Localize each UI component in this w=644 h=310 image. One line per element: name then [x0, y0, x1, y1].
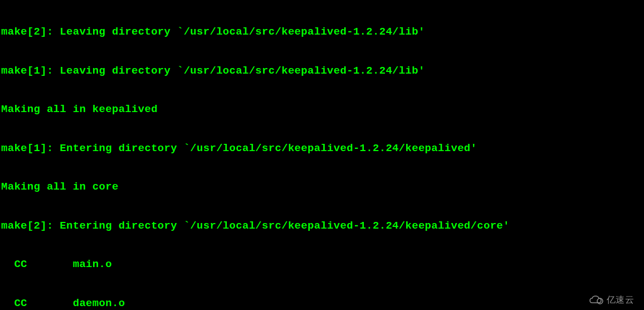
- terminal-line: CC main.o: [1, 258, 643, 271]
- terminal-line: make[1]: Leaving directory `/usr/local/s…: [1, 65, 643, 78]
- terminal-line: Making all in keepalived: [1, 103, 643, 116]
- terminal-line: CC daemon.o: [1, 297, 643, 310]
- terminal-line: make[1]: Entering directory `/usr/local/…: [1, 142, 643, 155]
- watermark-text: 亿速云: [607, 294, 634, 306]
- cloud-icon: [589, 295, 604, 305]
- terminal-line: make[2]: Leaving directory `/usr/local/s…: [1, 26, 643, 38]
- terminal-line: Making all in core: [1, 181, 643, 193]
- terminal-line: make[2]: Entering directory `/usr/local/…: [1, 220, 643, 232]
- svg-point-0: [597, 298, 603, 304]
- terminal-output: make[2]: Leaving directory `/usr/local/s…: [1, 0, 643, 310]
- watermark: 亿速云: [589, 294, 634, 306]
